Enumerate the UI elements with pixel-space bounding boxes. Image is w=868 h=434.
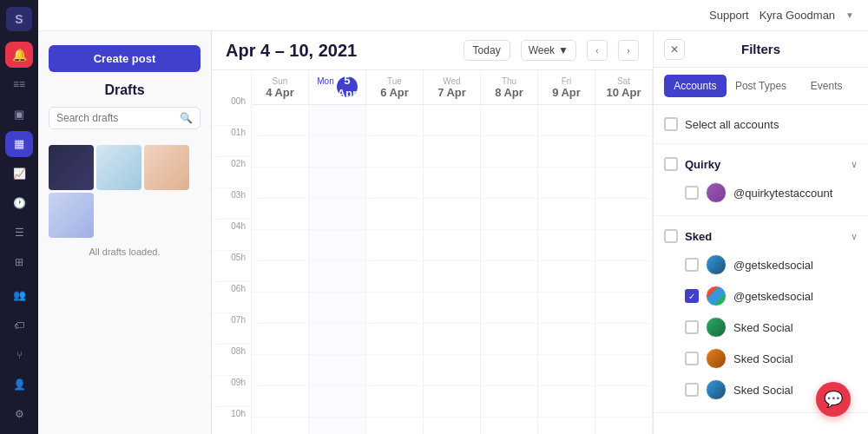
calendar-icon[interactable]: ▦	[5, 131, 33, 157]
sked-account-checkbox-2[interactable]: ✓	[685, 289, 699, 303]
sked-account-avatar-4	[706, 348, 727, 369]
sked-account-item-2[interactable]: ✓ @getskedsocial	[664, 280, 858, 312]
sked-account-avatar-5	[706, 379, 727, 400]
sked-account-label-2: @getskedsocial	[733, 290, 858, 303]
day-header-mon: Mon 5 Apr	[309, 70, 366, 104]
sked-account-checkbox-3[interactable]	[685, 320, 699, 334]
draft-thumbnail[interactable]	[49, 193, 94, 238]
day-header-thu: Thu 8 Apr	[481, 70, 538, 104]
all-drafts-loaded-text: All drafts loaded.	[38, 241, 211, 262]
sked-account-checkbox-4[interactable]	[685, 352, 699, 365]
time-slot: 07h	[212, 313, 251, 345]
icon-sidebar: S 🔔 ≡≡ ▣ ▦ 📈 🕐 ☰ ⊞ 👥 🏷 ⑂ 👤 ⚙	[0, 0, 38, 434]
notification-icon[interactable]: 🔔	[5, 42, 33, 68]
filters-title: Filters	[741, 42, 780, 56]
day-col-tue[interactable]	[366, 105, 424, 434]
sked-account-checkbox-5[interactable]	[685, 383, 699, 397]
sked-account-label-1: @getskedsocial	[733, 259, 858, 272]
filters-close-button[interactable]: ✕	[664, 39, 685, 60]
settings-icon[interactable]: ⚙	[5, 401, 33, 427]
person-icon[interactable]: 👤	[5, 372, 33, 398]
time-slot: 01h	[212, 126, 251, 157]
user-chevron-icon: ▼	[845, 10, 854, 20]
sked-account-item-3[interactable]: Sked Social	[664, 312, 858, 343]
filter-tabs: Accounts Post Types Events	[654, 68, 868, 105]
mobile-icon[interactable]: ▣	[5, 102, 33, 128]
drafts-images	[38, 136, 211, 241]
week-chevron-icon: ▼	[558, 44, 569, 56]
select-all-label: Select all accounts	[685, 118, 779, 131]
days-grid: 11:19 ↻ 12:59	[252, 105, 653, 434]
time-slot: 05h	[212, 251, 251, 282]
tab-events[interactable]: Events	[795, 75, 858, 97]
time-column: 00h 01h 02h 03h 04h 05h 06h 07h 08h 09h …	[212, 70, 252, 434]
day-header-wed: Wed 7 Apr	[424, 70, 481, 104]
day-headers: Sun 4 Apr Mon 5 Apr Tue 6 Apr	[252, 70, 653, 105]
tag-icon[interactable]: 🏷	[5, 312, 33, 339]
select-all-item[interactable]: Select all accounts	[664, 112, 858, 136]
select-all-checkbox[interactable]	[664, 117, 678, 131]
day-col-mon[interactable]: 11:19 ↻ 12:59	[309, 105, 366, 434]
time-slot: 00h	[212, 95, 251, 126]
quirky-group-checkbox[interactable]	[664, 157, 678, 171]
connect-icon[interactable]: ⑂	[5, 342, 33, 368]
filters-panel: ✕ Filters Accounts Post Types Events Sel…	[653, 31, 868, 434]
calendar-grid: 00h 01h 02h 03h 04h 05h 06h 07h 08h 09h …	[212, 70, 653, 434]
quirky-group-label: Quirky	[685, 158, 844, 171]
sked-group-header[interactable]: Sked ∨	[664, 223, 858, 249]
day-col-thu[interactable]	[481, 105, 538, 434]
sked-account-item-1[interactable]: @getskedsocial	[664, 249, 858, 280]
quirky-chevron-icon: ∨	[851, 159, 858, 170]
calendar-title: Apr 4 – 10, 2021	[226, 41, 453, 61]
sked-account-item-4[interactable]: Sked Social	[664, 343, 858, 374]
time-slot: 10h	[212, 407, 251, 434]
search-box[interactable]: 🔍	[49, 107, 201, 129]
sked-chevron-icon: ∨	[851, 231, 858, 242]
search-input[interactable]	[56, 112, 174, 124]
time-slot: 08h	[212, 345, 251, 376]
sked-group-checkbox[interactable]	[664, 229, 678, 243]
time-slot: 03h	[212, 188, 251, 220]
users-icon[interactable]: 👥	[5, 282, 33, 308]
support-link[interactable]: Support	[709, 9, 749, 22]
feed-icon[interactable]: ≡≡	[5, 71, 33, 97]
quirky-account-avatar	[706, 182, 727, 203]
list-icon[interactable]: ☰	[5, 220, 33, 246]
draft-thumbnail[interactable]	[96, 145, 141, 190]
prev-week-button[interactable]: ‹	[587, 40, 608, 61]
sked-account-checkbox-1[interactable]	[685, 258, 699, 272]
app-logo: S	[6, 7, 32, 31]
next-week-button[interactable]: ›	[618, 40, 639, 61]
day-col-fri[interactable]	[538, 105, 595, 434]
draft-thumbnail[interactable]	[144, 145, 189, 190]
day-col-wed[interactable]	[424, 105, 481, 434]
sked-group-label: Sked	[685, 230, 844, 243]
create-post-button[interactable]: Create post	[49, 45, 201, 72]
day-header-sat: Sat 10 Apr	[595, 70, 653, 104]
clock-icon[interactable]: 🕐	[5, 190, 33, 216]
quirky-group-header[interactable]: Quirky ∨	[664, 151, 858, 177]
day-header-sun: Sun 4 Apr	[252, 70, 309, 104]
quirky-account-checkbox[interactable]	[685, 186, 699, 200]
sked-account-label-3: Sked Social	[733, 321, 858, 334]
draft-thumbnail[interactable]	[49, 145, 94, 190]
time-slot: 06h	[212, 282, 251, 313]
drafts-title: Drafts	[49, 82, 201, 98]
hour-cell[interactable]	[252, 105, 308, 136]
chart-icon[interactable]: 📈	[5, 161, 33, 187]
user-name[interactable]: Kyra Goodman	[760, 9, 835, 22]
select-all-section: Select all accounts	[654, 105, 868, 144]
week-selector[interactable]: Week ▼	[521, 40, 576, 61]
quirky-account-item[interactable]: @quirkytestaccount	[664, 177, 858, 208]
tab-post-types[interactable]: Post Types	[730, 75, 792, 97]
chat-fab-button[interactable]: 💬	[816, 382, 851, 417]
tab-accounts[interactable]: Accounts	[664, 75, 727, 97]
time-slot: 04h	[212, 220, 251, 251]
grid-icon[interactable]: ⊞	[5, 249, 33, 275]
day-col-sun[interactable]	[252, 105, 309, 434]
today-button[interactable]: Today	[464, 40, 510, 61]
calendar-header: Apr 4 – 10, 2021 Today Week ▼ ‹ ›	[212, 31, 653, 70]
drafts-header: Create post Drafts 🔍	[38, 31, 211, 136]
quirky-account-label: @quirkytestaccount	[733, 187, 858, 200]
day-col-sat[interactable]	[595, 105, 653, 434]
